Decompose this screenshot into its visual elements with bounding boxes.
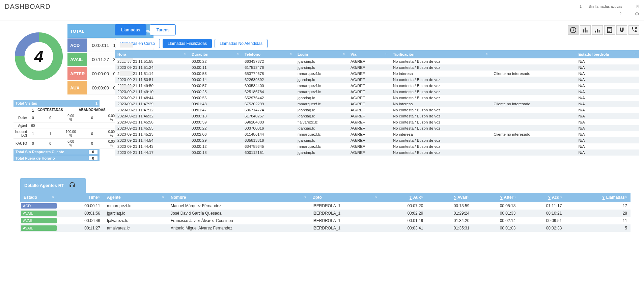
gear-icon[interactable]: ⚙: [635, 11, 639, 17]
slot-2: 2: [619, 12, 621, 16]
call-row[interactable]: 2023-09-21 11:51:2400:00:11617513476jgar…: [115, 64, 639, 71]
topbar: DASHBOARD 1 Sin llamadas activas × 2 ⚙: [0, 0, 644, 21]
calls-table: Hora↑↓Duración↑↓Teléfono↑↓Login↑↓Vía↑↓Ti…: [115, 50, 639, 156]
svg-rect-8: [599, 30, 600, 32]
agent-row[interactable]: ACD00:00:11mmarquezf.lcManuel Márquez Fé…: [20, 202, 631, 210]
status-time: 00:00:00: [89, 71, 109, 76]
calls-col-header[interactable]: Hora↑↓: [115, 50, 189, 58]
main-content: 4 TOTAL 4 - [100%] ACD00:00:111[25%]AVAI…: [0, 21, 644, 168]
svg-rect-7: [597, 29, 598, 32]
svg-rect-6: [595, 30, 596, 32]
visits-row: Inbound DDI11100.00 %00.00 %: [13, 129, 116, 139]
visits-row: KAUTO000.00 %00.00 %: [13, 139, 116, 148]
agents-col-header[interactable]: ∑ Acd↑↓: [519, 193, 565, 202]
agents-col-header[interactable]: Time↑↓: [57, 193, 104, 202]
call-row[interactable]: 2023-09-21 11:47:1200:01:47686714774jgar…: [115, 107, 639, 113]
agent-row[interactable]: AVAIL00:01:56jgarciaq.lcJosé David Garcí…: [20, 210, 631, 217]
agent-row[interactable]: AVAIL00:11:27amalvarez.lcAntonio Miguel …: [20, 224, 631, 232]
clock-icon[interactable]: [568, 25, 579, 35]
visits-row: Ag/ref60----: [13, 123, 116, 129]
visits-no-response: Total Sin Respuesta Cliente 0: [13, 149, 100, 155]
tab-tareas[interactable]: Tareas: [150, 24, 176, 35]
status-bar: [120, 43, 133, 48]
calls-col-header[interactable]: Login↑↓: [295, 50, 348, 58]
estado-badge: ACD: [21, 203, 57, 209]
svg-rect-3: [583, 29, 584, 32]
bar-chart-alt-icon[interactable]: [592, 25, 603, 35]
call-row[interactable]: 2023-09-21 11:44:4300:00:12634788645mmar…: [115, 143, 639, 149]
call-row[interactable]: 2023-09-21 11:46:3200:00:18617840257jgar…: [115, 113, 639, 119]
call-row[interactable]: 2023-09-21 11:44:1700:00:18600112151jgar…: [115, 149, 639, 156]
call-row[interactable]: 2023-09-21 11:47:2900:01:43675302299mmar…: [115, 101, 639, 107]
estado-badge: AVAIL: [21, 218, 57, 223]
agents-col-header[interactable]: ∑ Avail↑↓: [426, 193, 473, 202]
calls-col-header[interactable]: Estado Iberdrola↑↓: [576, 50, 639, 58]
phone-out-icon[interactable]: [628, 25, 639, 35]
status-label: ACD: [67, 38, 87, 52]
agents-table: Estado↑↓Time↑↓Agente↑↓Nombre↑↓Dpto↑↓∑ Au…: [20, 193, 631, 232]
main-tabs: Llamadas Tareas: [115, 24, 176, 35]
call-row[interactable]: 2023-09-21 11:51:1400:00:53653774678mmar…: [115, 71, 639, 77]
donut-chart: 4: [13, 24, 64, 88]
calls-col-header[interactable]: [491, 50, 576, 58]
call-row[interactable]: 2023-09-21 11:49:5000:00:57693534400mmar…: [115, 83, 639, 89]
toolbar-icons: [568, 25, 639, 35]
bar-chart-icon[interactable]: [580, 25, 591, 35]
visits-panel: Total Visitas 1 ∑CONTESTADASABANDONADAS …: [13, 100, 100, 161]
agents-header: Detalle Agentes RT: [20, 178, 86, 193]
status-time: 00:00:00: [89, 85, 109, 90]
slot-1: 1: [580, 4, 582, 8]
subtab-finalizadas[interactable]: Llamadas Finalizadas: [163, 39, 212, 48]
visits-title: Total Visitas: [16, 101, 37, 105]
call-row[interactable]: 2023-09-21 11:49:1000:00:25625186784mmar…: [115, 89, 639, 95]
call-row[interactable]: 2023-09-21 11:45:2300:02:06611486144mmar…: [115, 131, 639, 137]
agents-col-header[interactable]: ∑ Llamadas↑↓: [565, 193, 631, 202]
subtab-no-atendidas[interactable]: Llamadas No Atendidas: [215, 39, 268, 48]
visits-out-of-hours: Total Fuera de Horario 0: [13, 155, 100, 161]
donut-center-value: 4: [13, 31, 64, 82]
agents-section: Detalle Agentes RT Estado↑↓Time↑↓Agente↑…: [20, 178, 631, 232]
call-row[interactable]: 2023-09-21 11:45:5300:00:22603700016jgar…: [115, 125, 639, 131]
magnet-icon[interactable]: [616, 25, 627, 35]
calls-col-header[interactable]: Vía↑↓: [348, 50, 390, 58]
close-icon[interactable]: ×: [636, 3, 639, 10]
calls-col-header[interactable]: Tipificación↑↓: [390, 50, 491, 58]
estado-badge: AVAIL: [21, 225, 57, 231]
agents-col-header[interactable]: Agente↑↓: [104, 193, 167, 202]
agents-col-header[interactable]: ∑ Aux↑↓: [380, 193, 426, 202]
call-row[interactable]: 2023-09-21 11:45:5800:00:59696204003fjal…: [115, 119, 639, 125]
status-bar: [120, 71, 133, 76]
notes-icon[interactable]: [604, 25, 615, 35]
svg-rect-5: [587, 30, 588, 32]
header-status: 1 Sin llamadas activas × 2 ⚙: [580, 3, 639, 18]
status-label: AVAIL: [67, 53, 87, 66]
status-time: 00:00:11: [89, 43, 109, 48]
estado-badge: AVAIL: [21, 211, 57, 216]
right-column: Llamadas Tareas Llamadas en Curso Llamad…: [115, 24, 639, 156]
visits-total: 1: [95, 101, 97, 105]
svg-rect-4: [585, 27, 586, 32]
sub-tabs: Llamadas en Curso Llamadas Finalizadas L…: [115, 39, 639, 48]
agents-col-header[interactable]: Nombre↑↓: [167, 193, 309, 202]
status-time: 00:11:27: [89, 57, 109, 62]
tab-llamadas[interactable]: Llamadas: [115, 24, 146, 35]
status-label: AUX: [67, 81, 87, 94]
agent-row[interactable]: AVAIL00:06:46fjalvarezc.lcFrancisco Javi…: [20, 217, 631, 224]
visits-table: ∑CONTESTADASABANDONADAS Dialer000.00 %00…: [13, 107, 116, 148]
no-calls-status: Sin llamadas activas: [588, 4, 622, 8]
left-column: 4 TOTAL 4 - [100%] ACD00:00:111[25%]AVAI…: [13, 24, 108, 161]
status-total-label: TOTAL: [67, 24, 94, 38]
status-bar: [120, 85, 133, 90]
call-row[interactable]: 2023-09-21 11:48:4400:00:56652976442jgar…: [115, 95, 639, 101]
calls-col-header[interactable]: Teléfono↑↓: [242, 50, 295, 58]
call-row[interactable]: 2023-09-21 11:44:5400:00:29635813316jgar…: [115, 137, 639, 143]
visits-row: Dialer000.00 %00.00 %: [13, 113, 116, 123]
calls-col-header[interactable]: Duración↑↓: [189, 50, 242, 58]
call-row[interactable]: 2023-09-21 11:50:5100:00:14622639892jgar…: [115, 77, 639, 83]
status-label: AFTER: [67, 67, 87, 80]
agents-col-header[interactable]: Estado↑↓: [20, 193, 57, 202]
agents-col-header[interactable]: ∑ After↑↓: [473, 193, 519, 202]
page-title: DASHBOARD: [5, 3, 51, 10]
call-row[interactable]: 2023-09-21 11:51:5800:00:22663437372jgar…: [115, 58, 639, 64]
agents-col-header[interactable]: Dpto↑↓: [309, 193, 380, 202]
